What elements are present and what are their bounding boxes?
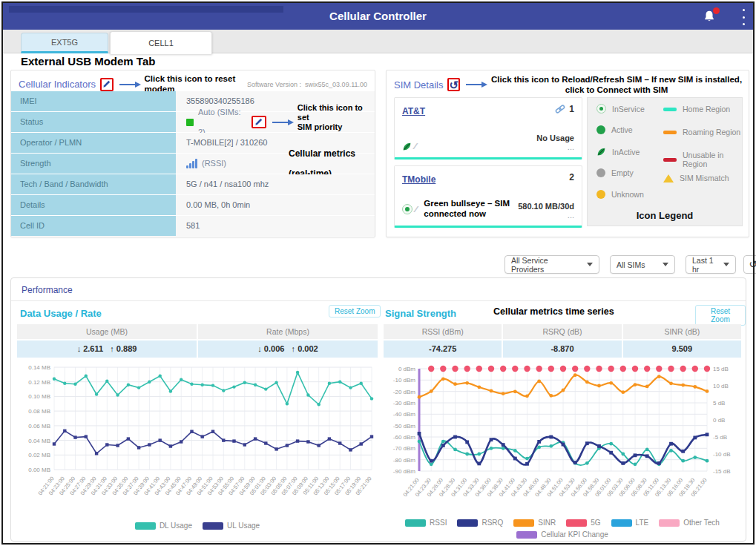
sim-priority-pencil-icon[interactable] xyxy=(252,116,266,128)
notification-badge xyxy=(713,7,720,14)
icon-legend-title: Icon Legend xyxy=(588,210,742,221)
legend-entry-lte: LTE xyxy=(611,519,649,527)
cellular-indicators-panel: Cellular Indicators Click this icon to r… xyxy=(10,70,375,237)
tech-icon: ⁄⁄ xyxy=(415,205,416,214)
tab-bar: EXT5G CELL1 xyxy=(3,30,753,53)
usage-summary-table: Usage (MB) Rate (Mbps) ↓ 2.611 ↑ 0.889 ↓… xyxy=(17,324,378,358)
indicator-label: Strength xyxy=(11,154,176,174)
indicator-label: Status xyxy=(11,112,176,132)
svg-text:15 dB: 15 dB xyxy=(713,366,729,372)
legend-entry-rssi: RSSI xyxy=(405,519,447,527)
svg-text:10 dB: 10 dB xyxy=(713,383,729,389)
legend-entry-rsrq: RSRQ xyxy=(457,519,503,527)
usage-chart-title: Data Usage / Rate xyxy=(20,308,102,319)
legend-item-active: Active xyxy=(596,125,633,134)
time-range-select[interactable]: Last 1 hr xyxy=(686,255,736,274)
legend-item-roaming-region: Roaming Region xyxy=(663,128,740,136)
sims-select[interactable]: All SIMs xyxy=(610,255,675,274)
legend-item-sim-mismatch: SIM Mismatch xyxy=(663,174,729,182)
legend-item-inservice: InService xyxy=(596,104,645,114)
signal-chart-legend: RSSIRSRQSINR5GLTEOther Tech xyxy=(384,519,741,527)
sim-usage-tmobile: 580.10 MB/30d xyxy=(518,202,574,211)
svg-text:-50 dBm: -50 dBm xyxy=(393,423,416,430)
svg-text:0.00 MB: 0.00 MB xyxy=(28,467,50,473)
indicator-row: Strength(RSSI)Cellular metrics (real-tim… xyxy=(11,154,375,174)
inservice-bullseye-icon xyxy=(596,104,606,114)
svg-text:-60 dBm: -60 dBm xyxy=(393,434,416,441)
svg-text:0.14 MB: 0.14 MB xyxy=(28,364,50,371)
svg-text:-80 dBm: -80 dBm xyxy=(393,457,416,464)
svg-text:-15 dB: -15 dB xyxy=(713,468,731,475)
notification-bell-icon[interactable] xyxy=(703,10,717,24)
status-dot-icon xyxy=(596,190,605,199)
indicator-label: Tech / Band / Bandwidth xyxy=(11,174,176,194)
annotation-arrow xyxy=(272,122,289,123)
tech-icon: ⁄⁄ xyxy=(415,142,415,151)
sim-mismatch-triangle-icon xyxy=(663,174,674,182)
signal-bars-icon xyxy=(186,159,197,168)
usage-values: ↓ 2.611 ↑ 0.889 xyxy=(17,341,197,358)
legend-entry-dl-usage: DL Usage xyxy=(135,522,192,530)
usage-chart[interactable]: 0.00 MB0.02 MB0.04 MB0.06 MB0.08 MB0.10 … xyxy=(17,360,378,517)
service-provider-select[interactable]: All Service Providers xyxy=(504,255,599,274)
indicator-row: StatusAuto (SIMs: 2)Click this icon to s… xyxy=(11,112,375,132)
page-heading: External USB Modem Tab xyxy=(21,55,155,68)
svg-text:0 dBm: 0 dBm xyxy=(398,366,415,372)
usage-reset-zoom-button[interactable]: Reset Zoom xyxy=(329,305,381,318)
sim-slot-tmobile: 2 xyxy=(569,172,574,182)
sim-reload-annotation: Click this icon to Reload/Refresh SIM – … xyxy=(491,74,742,96)
green-bullseye-annotation: Green bullseye – SIM connected now xyxy=(424,199,510,220)
indicator-value: Auto (SIMs: 2)Click this icon to setSIM … xyxy=(176,112,375,132)
inservice-bullseye-icon xyxy=(402,204,412,214)
svg-text:-30 dBm: -30 dBm xyxy=(393,400,416,407)
legend-item-home-region: Home Region xyxy=(663,105,730,114)
rsrq-value: -8.870 xyxy=(503,341,621,358)
rate-values: ↓ 0.006 ↑ 0.002 xyxy=(198,341,378,358)
indicator-label: Details xyxy=(11,195,176,215)
reset-modem-pencil-icon[interactable] xyxy=(100,78,114,91)
chevron-down-icon xyxy=(663,263,668,266)
timeseries-annotation: Cellular metrics time series xyxy=(493,306,614,317)
svg-text:-40 dBm: -40 dBm xyxy=(393,411,416,418)
sim-details-title: SIM Details xyxy=(394,79,443,91)
legend-entry-ul-usage: UL Usage xyxy=(203,522,260,530)
icon-legend-box: InServiceActiveInActiveEmptyUnknown Home… xyxy=(587,97,743,226)
overflow-menu-icon[interactable] xyxy=(741,9,746,25)
performance-section: Performance Data Usage / Rate Reset Zoom… xyxy=(10,277,746,542)
indicator-label: Cell ID xyxy=(11,216,176,236)
tab-cell1[interactable]: CELL1 xyxy=(110,31,212,54)
signal-chart-legend-row2: Cellular KPI Change xyxy=(384,530,741,539)
svg-text:-90 dBm: -90 dBm xyxy=(393,468,416,475)
svg-text:0.10 MB: 0.10 MB xyxy=(28,393,50,400)
indicator-row: Cell ID581 xyxy=(11,216,375,236)
indicator-value: 581 xyxy=(176,216,375,236)
charts-refresh-icon[interactable]: ↺ xyxy=(743,255,756,274)
sim-link-tmobile[interactable]: TMobile xyxy=(402,174,435,185)
svg-text:-10 dB: -10 dB xyxy=(713,451,731,458)
svg-text:0 dB: 0 dB xyxy=(713,417,725,424)
indicators-table: IMEI355890340255186StatusAuto (SIMs: 2)C… xyxy=(11,91,375,237)
signal-reset-zoom-button[interactable]: Reset Zoom xyxy=(695,305,746,326)
signal-chart[interactable]: 0 dBm-10 dBm-20 dBm-30 dBm-40 dBm-50 dBm… xyxy=(384,360,741,517)
sim-usage-sub-att: ... xyxy=(536,142,574,151)
sim-refresh-icon[interactable]: ↺ xyxy=(447,78,460,91)
svg-text:-20 dBm: -20 dBm xyxy=(393,389,416,395)
sim-link-att[interactable]: AT&T xyxy=(402,106,425,116)
indicator-value: 5G / n41 / nsa100 mhz xyxy=(176,174,375,194)
tab-ext5g[interactable]: EXT5G xyxy=(21,33,108,53)
legend-entry-other-tech: Other Tech xyxy=(659,519,720,527)
status-ok-icon xyxy=(186,119,194,126)
svg-text:0.12 MB: 0.12 MB xyxy=(28,379,50,386)
sim-card-tmobile: TMobile 2 ⁄⁄ Green bullseye – SIM connec… xyxy=(394,165,582,228)
inactive-leaf-icon xyxy=(402,142,412,151)
region-line-icon xyxy=(663,108,677,111)
indicator-value: (RSSI)Cellular metrics (real-time) xyxy=(176,154,375,174)
svg-text:5 dB: 5 dB xyxy=(713,400,725,407)
sim-slot-att: 1 xyxy=(555,104,574,114)
svg-text:0.02 MB: 0.02 MB xyxy=(28,452,50,458)
signal-chart-title: Signal Strength xyxy=(385,308,456,319)
region-line-icon xyxy=(663,158,677,162)
legend-entry-sinr: SINR xyxy=(513,519,556,527)
annotation-arrow xyxy=(119,84,136,85)
region-line-icon xyxy=(663,131,677,134)
